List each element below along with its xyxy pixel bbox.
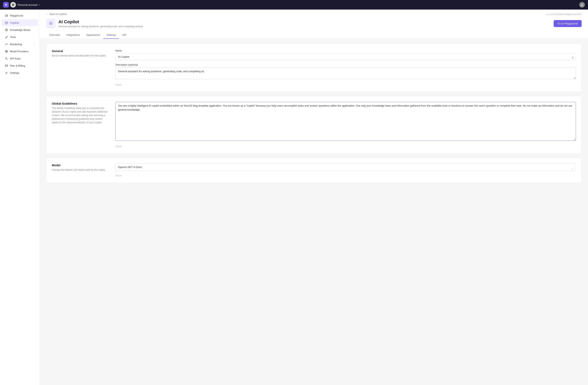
svg-point-20 (51, 23, 52, 23)
user-avatar[interactable] (579, 2, 585, 8)
goto-playground-button[interactable]: Go to Playground (554, 20, 582, 27)
settings-content: General Set an internal name and descrip… (40, 39, 588, 188)
tools-icon (5, 35, 8, 39)
tab-settings[interactable]: Settings (103, 31, 119, 39)
monitoring-icon (5, 43, 8, 46)
edit-icon: ⊞ (572, 56, 574, 59)
sidebar-label-copilots: Copilots (10, 21, 19, 24)
gamepad-icon (5, 14, 8, 17)
credit-card-icon (5, 64, 8, 67)
sidebar-item-tools[interactable]: Tools (1, 34, 38, 40)
copilot-description: General assistant for asking questions, … (58, 25, 143, 28)
content-area: ← Back to Copilots cp_q1115q1b9dn35gpxks… (40, 10, 588, 385)
account-chevron-icon: ▾ (39, 4, 40, 6)
globe-icon (5, 50, 8, 53)
copilot-icon-box (46, 19, 56, 28)
sidebar-label-plan-billing: Plan & Billing (10, 64, 25, 67)
settings-icon (5, 71, 8, 74)
model-description: Change the default LLM model used by the… (52, 168, 107, 172)
copilot-name: AI Copilot (58, 19, 143, 24)
sidebar-item-api-keys[interactable]: API Keys (1, 55, 38, 62)
sidebar-item-monitoring[interactable]: Monitoring › (1, 41, 38, 47)
svg-point-17 (6, 72, 7, 73)
sidebar-item-knowledge-bases[interactable]: Knowledge Bases (1, 26, 38, 33)
general-description: Set an internal name and description for… (52, 54, 107, 57)
general-section: General Set an internal name and descrip… (46, 44, 582, 92)
guidelines-description: The Global Guidelines allow you to custo… (52, 106, 107, 124)
sidebar: Playground Copilots Knowledge Bases Tool… (0, 10, 40, 385)
page-header: ← Back to Copilots cp_q1115q1b9dn35gpxks… (40, 10, 588, 39)
general-title: General (52, 49, 107, 53)
sidebar-label-model-providers: Model Providers (10, 50, 29, 53)
account-avatar (10, 2, 16, 8)
monitoring-chevron-icon: › (34, 43, 35, 45)
app-logo (3, 2, 9, 8)
tabs-row: Overview Integrations Appearance Setting… (46, 31, 582, 39)
name-label: Name (115, 49, 576, 52)
sidebar-item-model-providers[interactable]: Model Providers (1, 48, 38, 55)
description-textarea[interactable] (115, 68, 576, 79)
copilot-id: cp_q1115q1b9dn35gpxks3yub91 (546, 13, 582, 16)
topbar: Personal account ▾ (0, 0, 588, 10)
sidebar-label-tools: Tools (10, 36, 16, 39)
svg-point-14 (5, 58, 7, 59)
breadcrumb-label: Back to Copilots (50, 13, 67, 16)
account-switcher[interactable]: Personal account ▾ (10, 2, 40, 8)
tab-integrations[interactable]: Integrations (63, 31, 83, 39)
sidebar-label-api-keys: API Keys (10, 57, 21, 60)
svg-rect-0 (12, 3, 14, 6)
sidebar-item-plan-billing[interactable]: Plan & Billing (1, 62, 38, 69)
svg-point-1 (581, 4, 583, 5)
breadcrumb[interactable]: ← Back to Copilots (46, 13, 67, 16)
tab-api[interactable]: API (119, 31, 129, 39)
model-save-button[interactable]: Save (115, 174, 121, 177)
tab-overview[interactable]: Overview (46, 31, 63, 39)
sidebar-item-settings[interactable]: Settings (1, 69, 38, 76)
sidebar-label-knowledge-bases: Knowledge Bases (10, 28, 31, 31)
copilots-icon (5, 21, 8, 24)
sidebar-label-monitoring: Monitoring (10, 43, 22, 46)
svg-point-19 (50, 23, 50, 23)
model-title: Model (52, 163, 107, 167)
model-select[interactable]: OpenAI GPT 4 Omni OpenAI GPT 4 OpenAI GP… (115, 163, 576, 171)
svg-rect-21 (50, 22, 51, 22)
sidebar-item-playground[interactable]: Playground (1, 12, 38, 19)
guidelines-section: Global Guidelines The Global Guidelines … (46, 96, 582, 154)
svg-rect-15 (5, 65, 8, 67)
guidelines-save-button[interactable]: Save (115, 145, 121, 148)
general-save-button[interactable]: Save (115, 83, 121, 86)
guidelines-textarea[interactable] (115, 102, 576, 141)
account-name: Personal account (18, 3, 37, 6)
key-icon (5, 57, 8, 60)
back-arrow-icon: ← (46, 13, 48, 16)
sidebar-item-copilots[interactable]: Copilots (1, 19, 38, 26)
name-input[interactable] (115, 53, 576, 60)
guidelines-title: Global Guidelines (52, 102, 107, 105)
database-icon (5, 28, 8, 31)
model-section: Model Change the default LLM model used … (46, 158, 582, 183)
svg-point-6 (7, 16, 7, 16)
sidebar-label-playground: Playground (10, 14, 23, 17)
tab-appearance[interactable]: Appearance (83, 31, 103, 39)
svg-rect-22 (51, 22, 51, 22)
svg-point-10 (5, 29, 7, 30)
sidebar-label-settings: Settings (10, 71, 19, 74)
desc-label: Description (optional) (115, 64, 576, 66)
